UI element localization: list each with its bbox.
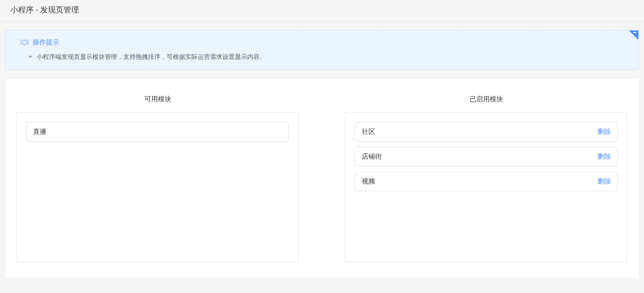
delete-button[interactable]: 删除 [598,127,611,136]
available-module-box[interactable]: 直播 [17,112,299,262]
module-label: 店铺街 [362,152,382,161]
module-label: 社区 [362,127,375,136]
delete-button[interactable]: 删除 [598,177,611,186]
enabled-module-item[interactable]: 店铺街 删除 [355,147,618,166]
tip-header: 操作提示 [21,38,628,47]
delete-button[interactable]: 删除 [598,152,611,161]
tip-item: 小程序端发现页显示模块管理，支持拖拽排序，可根据实际运营需求设置显示内容。 [37,52,628,62]
page-header: 小程序 - 发现页管理 [0,0,644,22]
tip-title: 操作提示 [33,38,59,47]
tip-collapse-button[interactable] [629,30,638,40]
enabled-module-box[interactable]: 社区 删除 店铺街 删除 视频 删除 [345,112,627,262]
enabled-module-item[interactable]: 社区 删除 [355,122,618,142]
enabled-column: 已启用模块 社区 删除 店铺街 删除 视频 删除 [345,95,627,262]
lightbulb-icon [21,39,28,46]
main-panel: 可用模块 直播 已启用模块 社区 删除 店铺街 删除 [5,79,639,277]
module-label: 直播 [33,127,46,136]
tip-box: 操作提示 小程序端发现页显示模块管理，支持拖拽排序，可根据实际运营需求设置显示内… [5,30,639,70]
content-area: 操作提示 小程序端发现页显示模块管理，支持拖拽排序，可根据实际运营需求设置显示内… [0,22,644,286]
enabled-module-item[interactable]: 视频 删除 [355,172,618,191]
tip-list: 小程序端发现页显示模块管理，支持拖拽排序，可根据实际运营需求设置显示内容。 [21,52,628,62]
available-title: 可用模块 [17,95,299,104]
enabled-title: 已启用模块 [345,95,627,104]
page-title: 小程序 - 发现页管理 [10,5,634,15]
columns-wrapper: 可用模块 直播 已启用模块 社区 删除 店铺街 删除 [17,95,627,262]
available-column: 可用模块 直播 [17,95,299,262]
module-label: 视频 [362,177,375,186]
available-module-item[interactable]: 直播 [26,122,289,142]
